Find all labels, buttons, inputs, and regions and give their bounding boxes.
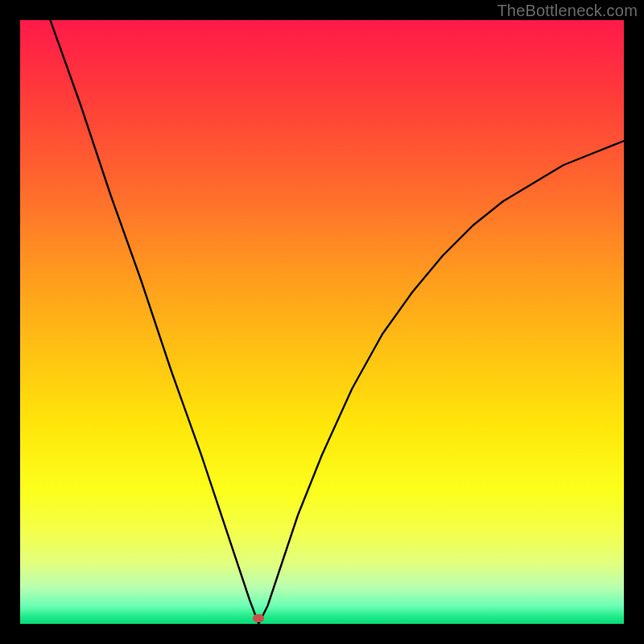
- watermark-text: TheBottleneck.com: [497, 2, 638, 20]
- curve-svg: [20, 20, 624, 624]
- marker-dot: [253, 614, 264, 622]
- chart-frame: TheBottleneck.com: [0, 0, 644, 644]
- bottleneck-curve: [51, 20, 625, 624]
- plot-area: [20, 20, 624, 624]
